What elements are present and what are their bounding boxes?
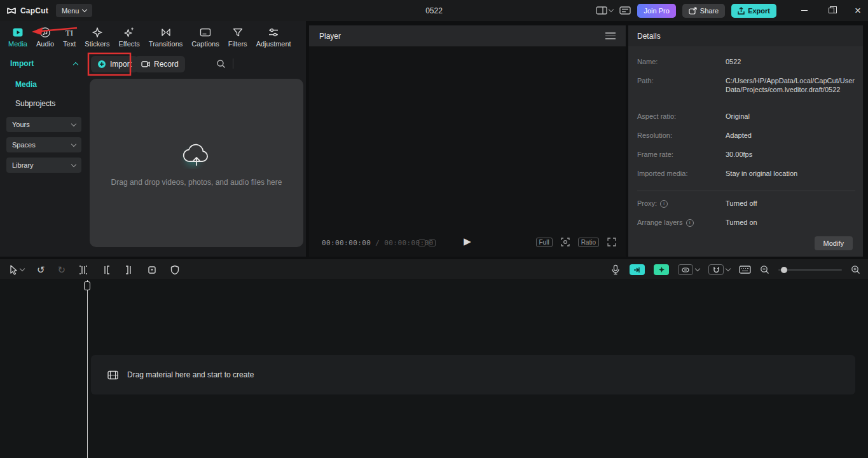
info-icon[interactable] [686,219,694,227]
mask-shield-button[interactable] [170,265,180,275]
sidebar-item-media[interactable]: Media [5,76,83,93]
tab-audio[interactable]: Audio [32,26,59,48]
media-dropzone[interactable]: Drag and drop videos, photos, and audio … [90,79,303,247]
magnet-icon [708,264,724,275]
restore-button[interactable] [821,0,841,21]
zoom-out-icon[interactable] [760,265,769,274]
delete-button[interactable] [147,265,157,275]
timeline-body[interactable]: Drag material here and start to create [0,280,868,458]
detail-label: Frame rate: [637,150,726,159]
detail-row-imported-media: Imported media: Stay in original locatio… [637,169,855,188]
modify-button[interactable]: Modify [815,236,853,250]
close-icon: × [855,5,861,16]
player-controls: 00:00:00:00 / 00:00:00:00 ▶ Full Ratio [309,235,626,252]
tab-transitions[interactable]: Transitions [144,26,187,48]
capcut-logo-icon [6,6,17,16]
share-button[interactable]: Share [682,4,725,18]
detail-label: Resolution: [637,131,726,140]
sidebar-item-label: Subprojects [15,99,55,108]
svg-text:TI: TI [65,28,73,37]
app-name: CapCut [20,6,48,15]
timeline-empty-hint: Drag material here and start to create [127,370,254,379]
sidebar-item-label: Media [15,80,37,89]
linked-clips-dropdown[interactable] [678,264,699,275]
redo-button[interactable]: ↻ [58,265,66,274]
film-icon [107,370,118,380]
undo-button[interactable]: ↺ [37,265,45,274]
minimize-button[interactable] [794,0,815,21]
sidebar-dropdown-spaces[interactable]: Spaces [6,137,81,152]
timecode-options[interactable] [418,239,436,246]
sidebar-dropdown-library[interactable]: Library [6,158,81,173]
text-tab-icon: TI [63,26,76,39]
media-type-tabs: Media Audio TI Text Stickers Effects Tra… [4,23,296,51]
sidebar-section-import[interactable]: Import [5,56,83,71]
sidebar-dropdown-yours[interactable]: Yours [6,117,81,132]
playhead-line[interactable] [87,280,88,458]
shortcuts-keyboard-button[interactable] [739,266,751,274]
tab-label: Filters [228,40,247,48]
tab-effects[interactable]: Effects [114,26,144,48]
chevron-down-icon [695,266,700,271]
search-button[interactable] [216,59,226,69]
import-button[interactable]: Import [91,56,138,72]
dropdown-label: Library [12,161,34,169]
tab-text[interactable]: TI Text [59,26,80,48]
adjustment-tab-icon [267,26,280,39]
delete-left-button[interactable] [101,265,111,275]
record-label: Record [154,60,179,69]
auto-select-toggle-button[interactable] [654,264,669,275]
focus-icon[interactable] [560,237,570,247]
zoom-in-icon[interactable] [851,265,860,274]
join-pro-label: Join Pro [644,7,669,15]
record-button[interactable]: Record [135,56,185,72]
player-menu-icon[interactable] [605,32,616,39]
snap-toggle-button[interactable] [630,264,645,275]
detail-label: Aspect ratio: [637,112,726,121]
timeline-empty-track[interactable]: Drag material here and start to create [91,355,855,394]
transitions-tab-icon [160,26,172,39]
magnet-dropdown[interactable] [708,264,730,275]
fullscreen-icon[interactable] [607,237,617,247]
tab-media[interactable]: Media [4,26,32,48]
delete-right-button[interactable] [124,265,134,275]
ratio-toggle[interactable]: Ratio [578,238,599,247]
timeline-zoom-slider[interactable] [778,269,842,271]
tab-filters[interactable]: Filters [224,26,252,48]
chevron-down-icon [726,266,731,271]
close-button[interactable]: × [848,0,868,21]
menu-button[interactable]: Menu [56,4,93,17]
full-toggle[interactable]: Full [536,238,553,247]
sidebar-section-label: Import [10,59,34,68]
export-label: Export [748,7,770,15]
tab-label: Text [63,40,76,48]
tab-captions[interactable]: Captions [187,26,223,48]
tab-adjustment[interactable]: Adjustment [252,26,296,48]
details-panel: Details Name: 0522 Path: C:/Users/HP/App… [628,25,863,257]
select-tool-button[interactable] [9,265,24,275]
detail-label: Arrange layers [637,218,683,227]
details-header: Details [628,25,863,46]
detail-row-proxy: Proxy: Turned off [637,199,855,218]
chevron-up-icon [73,62,78,67]
playhead-handle[interactable] [84,281,90,290]
slider-knob[interactable] [781,267,787,273]
join-pro-button[interactable]: Join Pro [637,4,675,18]
export-icon [738,7,745,15]
voiceover-mic-button[interactable] [610,264,621,275]
info-icon[interactable] [660,200,668,208]
tab-stickers[interactable]: Stickers [80,26,114,48]
chevron-down-icon [71,161,76,166]
audio-tab-icon [39,26,52,39]
search-icon [216,59,226,69]
export-button[interactable]: Export [731,4,776,18]
captions-tab-icon [199,26,212,39]
panel-layout-button[interactable] [619,6,631,15]
import-label: Import [110,60,132,69]
split-button[interactable] [78,265,88,275]
details-title: Details [637,32,661,41]
layout-switch-button[interactable] [596,6,613,15]
sidebar-item-subprojects[interactable]: Subprojects [5,95,83,112]
toolbar-divider [233,58,233,69]
play-button[interactable]: ▶ [464,236,471,247]
